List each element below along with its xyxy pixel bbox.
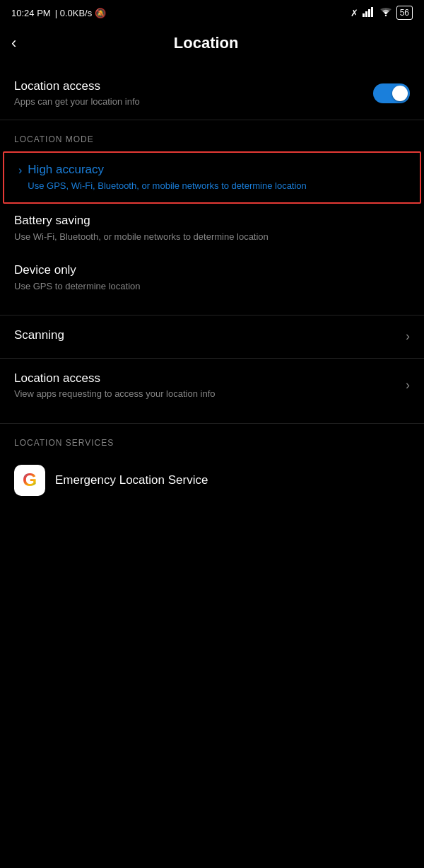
emergency-location-service-title: Emergency Location Service [55,473,208,487]
status-left: 10:24 PM | 0.0KB/s 🔕 [11,8,106,18]
location-services-section-label: LOCATION SERVICES [0,424,424,455]
google-logo: G [23,469,37,491]
location-access-nav-item[interactable]: Location access View apps requesting to … [0,359,424,412]
scanning-content: Scanning [14,328,64,345]
location-access-toggle[interactable] [373,83,410,103]
emergency-location-service-item[interactable]: G Emergency Location Service [0,455,424,506]
scanning-chevron-icon: › [406,329,410,344]
mode-title-device-only: Device only [14,263,140,277]
chevron-right-icon: › [18,164,22,177]
scanning-title: Scanning [14,328,64,342]
mode-desc-device-only: Use GPS to determine location [14,280,140,293]
mode-device-only[interactable]: Device only Use GPS to determine locatio… [0,253,424,303]
location-access-nav-desc: View apps requesting to access your loca… [14,388,215,399]
signal-icon [363,7,375,19]
mode-content-battery-saving: Battery saving Use Wi-Fi, Bluetooth, or … [14,214,269,243]
location-access-label: Location access [14,79,140,93]
wifi-icon [379,7,392,18]
svg-rect-3 [371,7,373,17]
mode-battery-saving[interactable]: Battery saving Use Wi-Fi, Bluetooth, or … [0,204,424,253]
page-header: ‹ Location [0,23,424,66]
time: 10:24 PM [11,8,51,18]
mode-desc-high-accuracy: Use GPS, Wi-Fi, Bluetooth, or mobile net… [28,180,307,192]
status-right: ✗ 56 [351,6,413,20]
google-icon: G [14,465,45,496]
bluetooth-icon: ✗ [351,8,358,18]
toggle-knob [392,86,408,101]
mode-high-accuracy[interactable]: › High accuracy Use GPS, Wi-Fi, Bluetoot… [3,151,421,204]
location-access-nav-content: Location access View apps requesting to … [14,371,215,399]
battery-indicator: 56 [396,6,413,20]
svg-rect-2 [368,9,370,17]
location-access-toggle-row: Location access Apps can get your locati… [0,66,424,120]
status-bar: 10:24 PM | 0.0KB/s 🔕 ✗ 56 [0,0,424,23]
mode-content-high-accuracy: High accuracy Use GPS, Wi-Fi, Bluetooth,… [28,163,307,192]
mode-content-device-only: Device only Use GPS to determine locatio… [14,263,140,293]
location-mode-section-label: LOCATION MODE [0,120,424,151]
location-access-chevron-icon: › [406,378,410,393]
location-access-description: Apps can get your location info [14,96,140,107]
location-access-nav-title: Location access [14,371,215,386]
mode-title-high-accuracy: High accuracy [28,163,307,177]
svg-rect-0 [363,13,365,17]
scanning-nav-item[interactable]: Scanning › [0,316,424,358]
mode-title-battery-saving: Battery saving [14,214,269,228]
network-speed: | 0.0KB/s 🔕 [55,8,106,18]
svg-rect-1 [365,11,367,17]
page-title: Location [22,34,390,52]
svg-point-4 [384,15,386,16]
back-button[interactable]: ‹ [11,31,22,55]
mode-desc-battery-saving: Use Wi-Fi, Bluetooth, or mobile networks… [14,231,269,243]
location-access-text: Location access Apps can get your locati… [14,79,140,107]
